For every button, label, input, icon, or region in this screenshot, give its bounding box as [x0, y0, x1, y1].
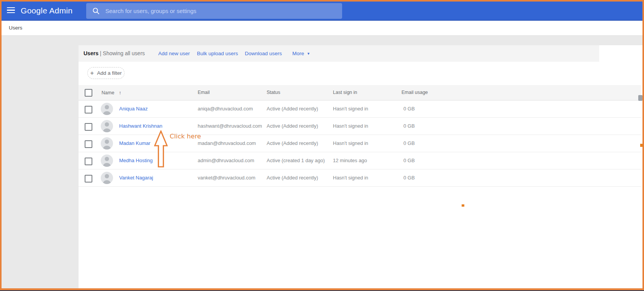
bulk-upload-users-link[interactable]: Bulk upload users [197, 45, 238, 62]
annotation-artifact [462, 204, 464, 207]
annotation-artifact [640, 144, 643, 147]
column-header-email-usage[interactable]: Email usage [401, 85, 428, 100]
app-title: Google Admin [21, 2, 73, 20]
search-input[interactable] [105, 7, 321, 15]
select-all-checkbox[interactable] [85, 89, 92, 97]
user-name-link[interactable]: Vanket Nagaraj [119, 169, 153, 186]
vertical-scrollbar-thumb[interactable] [638, 95, 642, 101]
table-row: Vanket Nagaraj vanket@dhruvacloud.com Ac… [79, 169, 641, 187]
table-header: Name↑ Email Status Last sign in Email us… [79, 85, 641, 100]
row-checkbox[interactable] [85, 158, 92, 165]
user-email-usage: 0 GB [403, 118, 415, 134]
user-avatar-icon [101, 137, 113, 150]
user-avatar-icon [101, 155, 113, 167]
add-filter-button[interactable]: + Add a filter [87, 67, 125, 79]
user-avatar-icon [101, 172, 113, 184]
plus-icon: + [90, 70, 94, 76]
screenshot-border [0, 0, 644, 2]
table-row: Aniqua Naaz aniqa@dhruvacloud.com Active… [79, 100, 641, 118]
user-status: Active (created 1 day ago) [267, 152, 325, 169]
search-icon [92, 7, 100, 15]
add-filter-label: Add a filter [97, 70, 122, 76]
screenshot-border [0, 0, 2, 291]
download-users-link[interactable]: Download users [245, 45, 282, 62]
user-avatar-icon [101, 120, 113, 132]
user-name-link[interactable]: Aniqua Naaz [119, 100, 147, 117]
user-avatar-icon [101, 103, 113, 115]
user-email-usage: 0 GB [403, 135, 415, 151]
user-name-link[interactable]: Madan Kumar [119, 135, 151, 151]
page-title-rest: | Showing all users [98, 50, 145, 56]
google-admin-users-screen: Google Admin Users Users | Showing all u… [0, 0, 644, 291]
row-checkbox[interactable] [85, 140, 92, 148]
search-box[interactable] [86, 3, 342, 19]
user-last-sign-in: 12 minutes ago [333, 152, 367, 169]
row-checkbox[interactable] [85, 123, 92, 131]
user-last-sign-in: Hasn't signed in [333, 118, 368, 134]
user-status: Active (Added recently) [267, 118, 318, 134]
sort-ascending-icon: ↑ [119, 90, 121, 95]
breadcrumb-bar: Users [2, 21, 642, 36]
app-header: Google Admin [2, 2, 642, 21]
page-title: Users | Showing all users [84, 45, 145, 62]
add-new-user-link[interactable]: Add new user [158, 45, 190, 62]
user-last-sign-in: Hasn't signed in [333, 100, 368, 117]
user-status: Active (Added recently) [267, 135, 318, 151]
users-toolbar: Users | Showing all users Add new user B… [79, 45, 599, 62]
user-email: hashwant@dhruvacloud.com [198, 118, 262, 134]
row-checkbox[interactable] [85, 175, 92, 182]
annotation-click-here-label: Click here [170, 133, 201, 140]
column-header-email[interactable]: Email [198, 85, 210, 100]
more-label: More [292, 51, 304, 56]
page-title-bold: Users [84, 50, 98, 56]
user-email-usage: 0 GB [403, 152, 415, 169]
column-header-status[interactable]: Status [267, 85, 280, 100]
user-last-sign-in: Hasn't signed in [333, 135, 368, 151]
user-email-usage: 0 GB [403, 169, 415, 186]
row-checkbox[interactable] [85, 106, 92, 113]
more-menu-button[interactable]: More▼ [292, 45, 310, 62]
user-status: Active (Added recently) [267, 169, 318, 186]
menu-icon[interactable] [7, 7, 15, 14]
annotation-arrow-up-icon [154, 130, 168, 168]
user-email: admin@dhruvacloud.com [198, 152, 254, 169]
column-header-last-sign-in[interactable]: Last sign in [333, 85, 357, 100]
user-status: Active (Added recently) [267, 100, 318, 117]
user-email: aniqa@dhruvacloud.com [198, 100, 253, 117]
user-email: madan@dhruvacloud.com [198, 135, 256, 151]
user-email: vanket@dhruvacloud.com [198, 169, 256, 186]
breadcrumb[interactable]: Users [9, 21, 22, 35]
column-header-name[interactable]: Name↑ [102, 85, 121, 100]
user-last-sign-in: Hasn't signed in [333, 169, 368, 186]
chevron-down-icon: ▼ [307, 46, 310, 62]
user-name-link[interactable]: Medha Hosting [119, 152, 152, 169]
user-email-usage: 0 GB [403, 100, 415, 117]
